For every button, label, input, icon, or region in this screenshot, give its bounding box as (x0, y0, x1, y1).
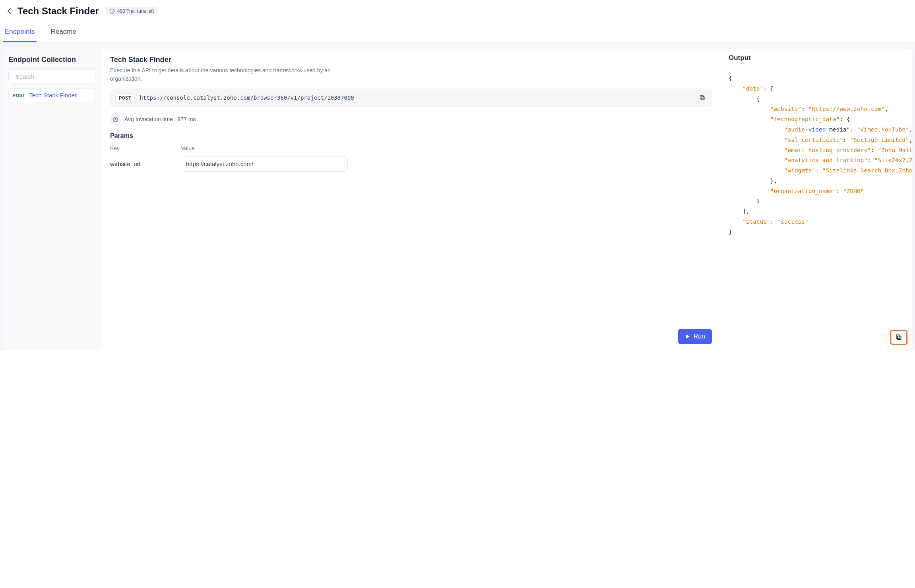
trail-runs-badge: 493 Trail runs left (105, 7, 158, 15)
avg-invocation-row: Avg Invocation time : 977 ms (110, 114, 712, 124)
back-chevron-icon[interactable] (5, 7, 14, 15)
request-url-row: POST https://console.catalyst.zoho.com/b… (110, 89, 712, 107)
tab-endpoints[interactable]: Endpoints (3, 22, 37, 42)
search-icon (13, 74, 13, 80)
svg-rect-5 (701, 97, 704, 100)
svg-rect-8 (898, 336, 901, 340)
output-heading: Output (721, 48, 912, 68)
endpoint-list-item[interactable]: POST Tech Stack Finder (8, 88, 95, 102)
output-body: { "data": [ { "website": "https://www.zo… (721, 68, 912, 350)
search-input[interactable] (16, 73, 91, 80)
output-panel: Output { "data": [ { "website": "https:/… (721, 48, 912, 350)
endpoint-description: Execute this API to get details about th… (110, 66, 333, 83)
endpoint-title: Tech Stack Finder (110, 56, 712, 64)
svg-rect-9 (896, 335, 900, 338)
copy-output-button[interactable] (890, 330, 907, 345)
play-icon (685, 334, 690, 339)
value-column-header: Value (181, 145, 195, 151)
page-header: Tech Stack Finder 493 Trail runs left (0, 0, 915, 20)
key-column-header: Key (110, 145, 181, 151)
run-bar: Run (101, 323, 721, 350)
trail-runs-text: 493 Trail runs left (117, 8, 154, 14)
params-heading: Params (110, 132, 712, 139)
copy-icon (699, 95, 706, 101)
sidebar-heading: Endpoint Collection (8, 56, 95, 64)
param-key: website_url (110, 161, 181, 167)
svg-rect-6 (700, 96, 704, 99)
param-value-input[interactable] (181, 156, 348, 172)
sidebar: Endpoint Collection POST Tech Stack Find… (3, 48, 101, 350)
search-input-wrap[interactable] (8, 70, 95, 83)
run-button-label: Run (694, 333, 705, 340)
center-panel: Tech Stack Finder Execute this API to ge… (101, 48, 721, 350)
run-button[interactable]: Run (678, 329, 712, 344)
params-table-head: Key Value (110, 145, 712, 151)
copy-icon (895, 334, 902, 341)
avg-invocation-text: Avg Invocation time : 977 ms (124, 116, 196, 122)
svg-rect-2 (112, 11, 112, 12)
method-badge: POST (13, 93, 25, 98)
tab-readme[interactable]: Readme (49, 22, 78, 42)
clock-icon (110, 114, 120, 124)
endpoint-name: Tech Stack Finder (29, 92, 77, 99)
info-icon (109, 8, 115, 14)
page-title: Tech Stack Finder (17, 6, 99, 17)
tabs: Endpoints Readme (0, 22, 915, 43)
main-card: Endpoint Collection POST Tech Stack Find… (2, 48, 913, 350)
svg-point-1 (112, 10, 112, 11)
http-method: POST (115, 93, 135, 103)
request-url: https://console.catalyst.zoho.com/browse… (140, 95, 693, 101)
param-row: website_url (110, 156, 712, 172)
copy-url-button[interactable] (698, 93, 707, 103)
